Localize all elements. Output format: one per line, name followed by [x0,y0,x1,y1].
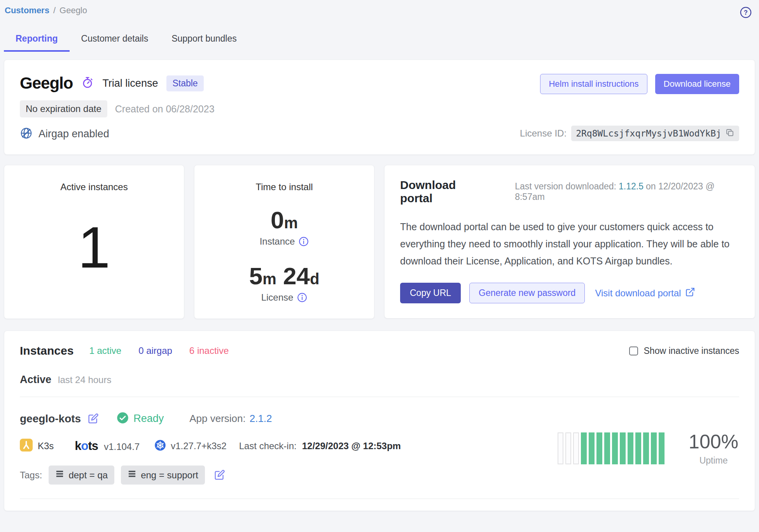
instance-status: Ready [117,412,164,425]
kots-version: v1.104.7 [104,441,140,452]
metrics-row: Active instances 1 Time to install 0m In… [4,165,755,319]
copy-icon[interactable] [725,128,735,139]
help-button[interactable]: ? [740,6,752,19]
uptime-bar [558,432,563,464]
tag-chip: eng = support [121,466,205,485]
divider [20,397,739,397]
uptime-bar [573,432,579,464]
visit-download-portal-link[interactable]: Visit download portal [595,287,695,299]
uptime-bar [565,432,571,464]
k3s-label: K3s [38,441,54,452]
tab-support-bundles[interactable]: Support bundles [160,30,248,52]
uptime-bar [659,432,665,464]
info-icon[interactable] [297,292,307,303]
airgap-globe-icon [20,127,33,141]
expiration-badge: No expiration date [20,100,107,117]
uptime-bar [612,432,618,464]
status-label: Ready [133,413,164,425]
license-summary-right: Helm install instructions Download licen… [520,74,739,141]
last-checkin-value: 12/29/2023 @ 12:53pm [302,441,401,452]
breadcrumb: Customers / Geeglo [5,5,87,16]
uptime-bar [628,432,633,464]
breadcrumb-customers-link[interactable]: Customers [5,5,49,16]
last-version-link[interactable]: 1.12.5 [619,181,644,191]
active-instances-title: Active instances [60,182,128,192]
kubernetes-icon [154,439,166,453]
airgap-count[interactable]: 0 airgap [138,345,172,356]
breadcrumb-separator: / [53,5,56,16]
tags-label: Tags: [20,470,42,481]
app-version-link[interactable]: 2.1.2 [250,413,272,425]
license-install-label: License [261,292,308,303]
uptime-bars [558,432,665,464]
download-license-button[interactable]: Download license [655,74,739,94]
license-id-value: 2Rq8WLcsjfxqrMysjvB1WodYkBj [576,128,721,138]
show-inactive-label: Show inactive instances [644,346,739,356]
active-instances-value: 1 [78,218,110,276]
divider [20,499,739,499]
license-type-label: Trial license [102,77,158,89]
generate-new-password-button[interactable]: Generate new password [469,283,585,303]
breadcrumb-current: Geeglo [59,5,87,16]
customer-name: Geeglo [20,74,73,93]
check-circle-icon [117,412,129,425]
tab-bar: Reporting Customer details Support bundl… [4,30,759,52]
download-portal-title: Download portal [400,178,488,205]
instances-title: Instances [20,344,73,357]
license-id-label: License ID: [520,128,567,139]
uptime-value: 100% [689,430,738,453]
k8s-version: v1.27.7+k3s2 [171,441,226,452]
channel-badge: Stable [166,75,203,91]
tag-lines-icon [128,469,136,481]
top-bar: Customers / Geeglo ? [0,0,759,19]
external-link-icon [685,287,695,299]
uptime-bar [596,432,602,464]
show-inactive-toggle[interactable]: Show inactive instances [629,346,739,356]
download-portal-description: The download portal can be used to give … [400,218,739,270]
copy-url-button[interactable]: Copy URL [400,283,461,303]
tab-reporting[interactable]: Reporting [4,30,70,52]
last-checkin-label: Last check-in: [239,441,297,452]
inactive-count[interactable]: 6 inactive [189,345,229,356]
svg-text:?: ? [744,9,748,16]
tab-customer-details[interactable]: Customer details [70,30,160,52]
uptime-bar [635,432,641,464]
info-icon[interactable] [299,236,309,247]
uptime-bar [643,432,649,464]
edit-instance-name-button[interactable] [87,413,99,424]
helm-install-instructions-button[interactable]: Helm install instructions [540,74,647,94]
active-count[interactable]: 1 active [89,345,121,356]
instance-row: geeglo-kots [20,412,739,485]
uptime-bar [620,432,626,464]
license-install-time: 5m 24d [249,264,320,288]
uptime-stat: 100% Uptime [689,430,738,466]
time-to-install-title: Time to install [255,182,313,192]
active-instances-card: Active instances 1 [4,165,184,319]
created-date: Created on 06/28/2023 [115,103,215,115]
stopwatch-icon [81,76,94,90]
active-section-timeframe: last 24 hours [58,374,111,385]
uptime-bar [589,432,595,464]
k3s-icon [20,439,33,453]
uptime-bar [651,432,657,464]
question-circle-icon: ? [740,13,752,20]
customer-reporting-page: Customers / Geeglo ? Reporting Customer … [0,0,759,532]
uptime-label: Uptime [689,455,738,466]
license-summary-card: Geeglo Trial license Stable No expiratio… [4,60,755,155]
license-summary-left: Geeglo Trial license Stable No expiratio… [20,74,215,141]
download-portal-card: Download portal Last version downloaded:… [384,165,755,318]
instance-install-label: Instance [260,236,309,247]
license-id-chip: 2Rq8WLcsjfxqrMysjvB1WodYkBj [571,126,739,141]
instance-counts: 1 active 0 airgap 6 inactive [89,345,229,356]
instances-card: Instances 1 active 0 airgap 6 inactive S… [4,331,755,511]
instance-install-time: 0m [271,208,298,232]
kots-logo: kots [75,439,98,453]
tag-lines-icon [55,469,64,481]
uptime-bar [581,432,587,464]
uptime-bar [604,432,610,464]
show-inactive-checkbox[interactable] [629,346,638,355]
active-section-label: Active [20,374,51,386]
app-version-label: App version: [189,413,246,425]
edit-tags-button[interactable] [214,469,225,481]
tag-chip: dept = qa [49,466,114,485]
